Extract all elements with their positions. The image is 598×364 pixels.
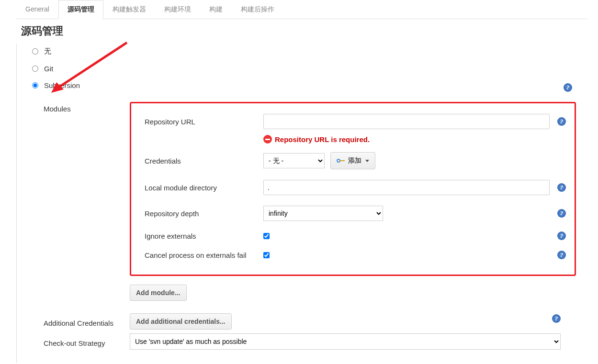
repo-url-input[interactable] xyxy=(263,114,550,129)
help-icon-repo-url[interactable]: ? xyxy=(557,117,566,126)
repo-url-error: Repository URL is required. xyxy=(263,135,566,143)
help-icon-local-dir[interactable]: ? xyxy=(557,183,566,192)
tab-build-env[interactable]: 构建环境 xyxy=(155,0,200,19)
checkout-strategy-select[interactable]: Use 'svn update' as much as possible xyxy=(130,333,561,350)
help-icon-depth[interactable]: ? xyxy=(557,209,566,218)
depth-label: Repository depth xyxy=(145,210,263,218)
repo-url-label: Repository URL xyxy=(145,118,263,126)
checkout-strategy-label: Check-out Strategy xyxy=(44,336,130,347)
help-icon-ignore-ext[interactable]: ? xyxy=(557,232,566,240)
scm-label-subversion: Subversion xyxy=(44,81,80,89)
help-icon-subversion[interactable]: ? xyxy=(564,83,572,92)
tab-build[interactable]: 构建 xyxy=(200,0,232,19)
error-icon xyxy=(263,135,272,143)
tab-post-build[interactable]: 构建后操作 xyxy=(232,0,283,19)
modules-label: Modules xyxy=(44,102,130,113)
depth-select[interactable]: infinity xyxy=(263,206,383,221)
scm-label-none: 无 xyxy=(44,47,51,56)
section-title-scm: 源码管理 xyxy=(11,19,587,44)
scm-radio-none[interactable] xyxy=(32,48,38,55)
scm-label-git: Git xyxy=(44,65,53,73)
ignore-ext-label: Ignore externals xyxy=(145,232,263,240)
credentials-select[interactable]: - 无 - xyxy=(263,153,325,168)
tab-triggers[interactable]: 构建触发器 xyxy=(103,0,155,19)
cancel-ext-label: Cancel process on externals fail xyxy=(145,251,263,259)
config-tabs: General 源码管理 构建触发器 构建环境 构建 构建后操作 xyxy=(16,0,587,19)
repo-url-error-text: Repository URL is required. xyxy=(275,135,370,143)
help-icon-additional-credentials[interactable]: ? xyxy=(552,314,561,323)
additional-credentials-label: Additional Credentials xyxy=(44,316,130,327)
tab-general[interactable]: General xyxy=(16,0,58,19)
chevron-down-icon xyxy=(365,160,369,162)
tab-scm[interactable]: 源码管理 xyxy=(58,0,103,19)
credentials-label: Credentials xyxy=(145,157,263,165)
add-credentials-label: 添加 xyxy=(348,156,361,165)
ignore-ext-checkbox[interactable] xyxy=(263,233,270,239)
local-dir-input[interactable] xyxy=(263,180,550,195)
local-dir-label: Local module directory xyxy=(145,184,263,192)
modules-box: Repository URL ? Repository URL is requi… xyxy=(130,102,576,276)
add-module-button[interactable]: Add module... xyxy=(130,285,187,301)
help-icon-cancel-ext[interactable]: ? xyxy=(557,251,566,259)
cancel-ext-checkbox[interactable] xyxy=(263,252,270,258)
scm-radio-git[interactable] xyxy=(32,66,38,72)
add-credentials-button[interactable]: 添加 xyxy=(330,152,375,169)
scm-radio-subversion[interactable] xyxy=(32,82,38,88)
add-additional-credentials-button[interactable]: Add additional credentials... xyxy=(130,313,232,330)
key-icon xyxy=(337,158,345,163)
